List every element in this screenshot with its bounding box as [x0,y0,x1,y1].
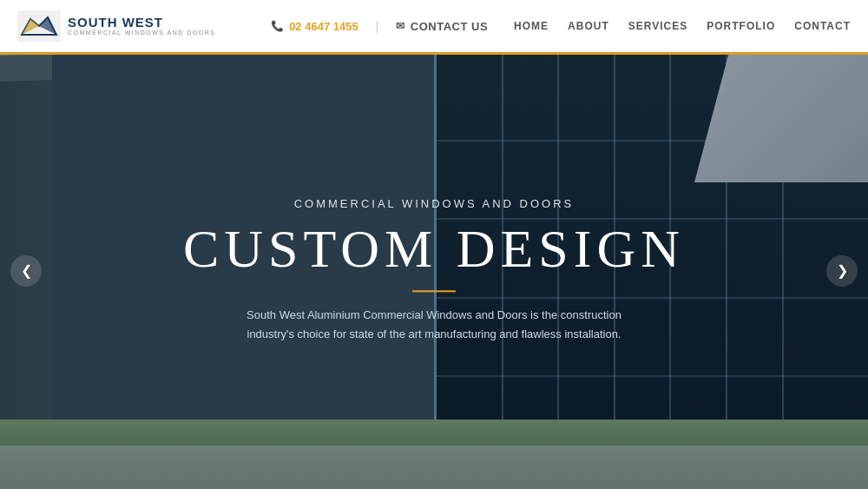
hero-prev-button[interactable]: ❮ [10,255,42,287]
nav-about[interactable]: ABOUT [568,20,609,32]
hero-divider-line [412,290,456,292]
nav-portfolio[interactable]: PORTFOLIO [707,20,775,32]
hero-title: CUSTOM DESIGN [174,219,694,278]
logo-sub-text: COMMERCIAL WINDOWS AND DOORS [68,30,215,36]
logo-text: SOUTH WEST COMMERCIAL WINDOWS AND DOORS [68,16,215,36]
header-right: 📞 02 4647 1455 | ✉ CONTACT US HOME ABOUT… [271,19,851,33]
logo-icon [17,10,61,42]
phone-block[interactable]: 📞 02 4647 1455 [271,20,358,33]
header: SOUTH WEST COMMERCIAL WINDOWS AND DOORS … [0,0,868,52]
hero-content: COMMERCIAL WINDOWS AND DOORS CUSTOM DESI… [174,197,694,344]
header-divider: | [376,19,379,33]
main-nav: HOME ABOUT SERVICES PORTFOLIO CONTACT [514,20,851,32]
hero-section: COMMERCIAL WINDOWS AND DOORS CUSTOM DESI… [0,0,868,489]
logo-main-text: SOUTH WEST [68,16,215,30]
logo[interactable]: SOUTH WEST COMMERCIAL WINDOWS AND DOORS [17,10,215,42]
phone-icon: 📞 [271,20,284,32]
hero-description: South West Aluminium Commercial Windows … [239,306,629,344]
hero-next-button[interactable]: ❯ [826,255,858,287]
nav-home[interactable]: HOME [514,20,549,32]
hero-subtitle: COMMERCIAL WINDOWS AND DOORS [174,197,694,210]
phone-number: 02 4647 1455 [289,20,358,33]
nav-services[interactable]: SERVICES [628,20,687,32]
contact-info: 📞 02 4647 1455 | ✉ CONTACT US [271,19,488,33]
contact-link[interactable]: ✉ CONTACT US [396,20,488,33]
prev-arrow-icon: ❮ [21,262,32,279]
nav-contact[interactable]: CONTACT [794,20,851,32]
contact-label: CONTACT US [411,20,488,33]
orange-accent-bar [0,52,868,55]
next-arrow-icon: ❯ [837,262,848,279]
email-icon: ✉ [396,20,405,32]
